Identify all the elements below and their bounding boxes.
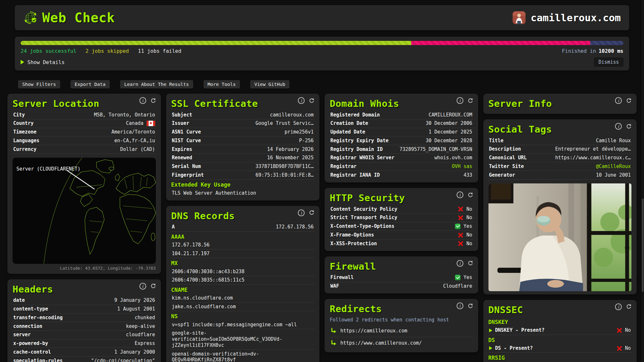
row-value: Google Trust Servic… [255,120,314,126]
row-label: cache-control [13,349,51,355]
row-value-wrap: No [458,232,472,238]
info-icon[interactable] [615,303,622,310]
data-row: X-Frame-OptionsNo [330,231,473,239]
row-value[interactable]: @CamilleRoux [596,163,631,170]
row-value: 2606:4700:3035::6815:11c5 [172,277,314,283]
row-value[interactable]: OVH sas [452,163,472,170]
row-value-wrap: 9 January 2026 [114,297,155,303]
row-value: 172.67.178.56 [172,242,314,248]
cards-column-3: Domain WhoisRegistered DomainCAMILLEROUX… [325,94,478,352]
refresh-icon[interactable] [309,210,315,216]
dismiss-button[interactable]: Dismiss [594,58,623,67]
info-icon[interactable] [457,302,463,309]
scrollbar-thumb[interactable] [642,199,644,292]
card-actions [615,123,632,130]
row-label: Renewed [172,155,192,161]
refresh-icon[interactable] [626,304,632,310]
info-icon[interactable] [615,97,622,104]
row-value: Camille Roux [596,138,631,144]
redirect-url[interactable]: https://www.camilleroux.com/ [340,340,422,346]
row-value-wrap: 1 August 2001 [117,306,155,312]
info-icon[interactable] [457,97,463,104]
expand-arrow-icon[interactable] [489,346,492,350]
row-value: P-256 [299,138,314,144]
data-row: WAFCloudflare [330,282,473,291]
row-label-wrap: Description [489,146,521,152]
row-value: No [466,215,472,221]
row-label-wrap: content-type [13,306,48,312]
redirect-url[interactable]: https://camilleroux.com [340,328,407,334]
row-label: Strict Transport Policy [330,215,397,221]
row-value: prime256v1 [285,129,314,135]
row-label-wrap: X-Frame-Options [330,232,374,238]
row-label-wrap: Firewall [330,274,354,281]
card-title: SSL Certificate [171,98,315,109]
info-icon[interactable] [298,97,305,104]
brand[interactable]: Web Check [23,10,115,25]
row-label: date [13,297,25,303]
row-label-wrap: Serial Num [172,163,201,170]
refresh-icon[interactable] [468,260,473,266]
card-dnssec: DNSSECDNSKEYDNSKEY - Present?NoDSDS - Pr… [483,300,637,362]
row-label-wrap: speculation-rules [13,358,63,362]
row-value: Dollar (CAD) [120,146,155,153]
row-label-wrap: Expires [172,146,192,153]
card-title: Redirects [330,303,473,314]
data-row: Languagesen-CA,fr-CA,iu [13,136,156,145]
info-icon[interactable] [139,283,146,290]
data-row: DS - Present?No [488,344,632,353]
row-label-wrap: date [13,297,25,303]
card-domain-whois: Domain WhoisRegistered DomainCAMILLEROUX… [325,94,478,182]
toolbar-button-export-data[interactable]: Export Data [71,80,110,88]
card-title: DNS Records [171,210,315,221]
row-value: kim.ns.cloudflare.com [172,295,314,301]
data-row: NIST CurveP-256 [171,136,315,145]
info-icon[interactable] [298,209,305,216]
expand-arrow-icon[interactable] [489,329,492,332]
data-row: kim.ns.cloudflare.com [171,294,315,303]
row-value: 732895775_DOMAIN_COM-VRSN [400,146,472,153]
info-icon[interactable] [139,97,146,104]
row-label: Updated Date [330,129,365,135]
info-icon[interactable] [457,191,463,198]
jobs-skipped-count: 2 jobs skipped [85,48,129,54]
row-label-wrap: transfer-encoding [13,315,63,321]
row-label-wrap: cache-control [13,349,51,355]
section-subheading: DS [488,335,632,344]
scrollbar[interactable] [641,0,644,362]
data-row: Generator10 June 2001 [488,171,632,180]
row-label-wrap: Registrar WHOIS Server [330,155,394,161]
data-row: Registry Expiry Date30 December 2028 [330,136,473,145]
data-row: Fingerprint69:75:31:E0:01:FE:8… [171,171,315,180]
refresh-icon[interactable] [626,98,632,104]
section-subheading: CNAME [171,285,315,294]
row-value: No [625,345,631,351]
info-icon[interactable] [615,123,622,130]
row-label: transfer-encoding [13,315,63,321]
toolbar-button-show-filters[interactable]: Show Filters [18,80,60,88]
data-row: 104.21.17.197 [171,249,315,258]
refresh-icon[interactable] [626,124,632,129]
refresh-icon[interactable] [468,192,473,198]
row-value-wrap: chunked [135,315,155,321]
info-icon[interactable] [457,260,463,267]
row-label: x-powered-by [13,340,48,347]
toolbar-button-more-tools[interactable]: More Tools [204,80,240,88]
refresh-icon[interactable] [468,98,473,104]
scanned-site: camilleroux.com [513,11,621,24]
refresh-icon[interactable] [150,283,156,289]
data-row: Renewed16 November 2025 [171,154,315,162]
refresh-icon[interactable] [309,98,315,104]
row-label: Fingerprint [172,172,204,178]
toolbar-button-view-github[interactable]: View GitHub [250,80,289,88]
data-row: transfer-encodingchunked [13,313,156,322]
row-value: CAMILLEROUX.COM [429,112,472,118]
card-actions [615,97,632,104]
expand-triangle-icon [21,60,24,64]
show-details-toggle[interactable]: Show Details [21,59,65,65]
row-value: keep-alive [126,323,155,330]
toolbar-button-learn-about-the-results[interactable]: Learn About The Results [120,80,193,88]
row-label: Registered Domain [330,112,380,118]
refresh-icon[interactable] [150,98,156,104]
refresh-icon[interactable] [468,303,473,309]
